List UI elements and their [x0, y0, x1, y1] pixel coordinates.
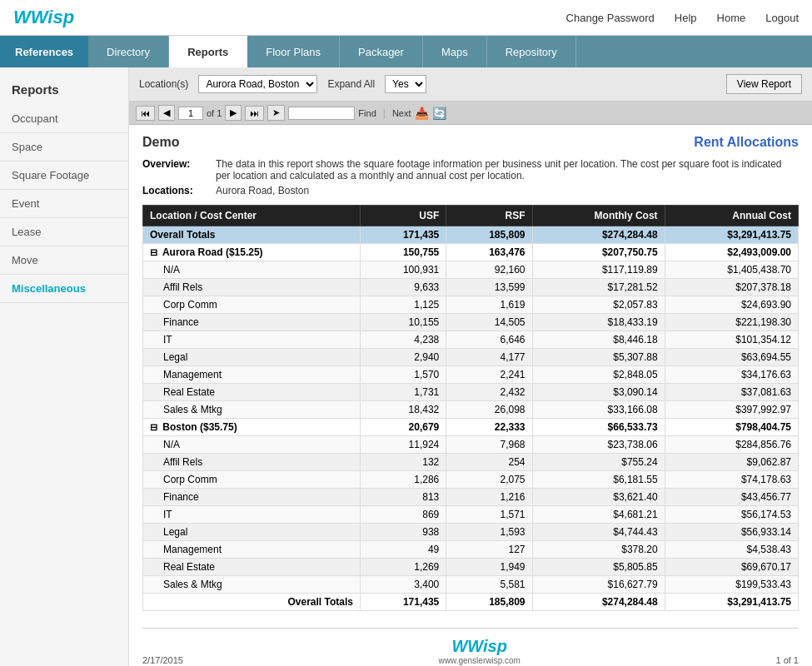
location-select[interactable]: Aurora Road, Boston [198, 75, 317, 93]
tab-reports[interactable]: Reports [169, 36, 247, 67]
sidebar-item-move[interactable]: Move [0, 246, 128, 275]
table-body: Overall Totals 171,435 185,809 $274,284.… [143, 226, 799, 611]
sidebar-item-occupant[interactable]: Occupant [0, 105, 128, 133]
col-location: Location / Cost Center [143, 206, 361, 226]
table-row: Legal 2,940 4,177 $5,307.88 $63,694.55 [143, 349, 799, 366]
locations-value: Aurora Road, Boston [216, 185, 309, 196]
report-footer-center: WWisp www.genslerwisp.com [183, 637, 776, 665]
child-label: IT [143, 506, 361, 524]
child-label: Legal [143, 524, 361, 541]
report-footer: 2/17/2015 WWisp www.genslerwisp.com 1 of… [142, 628, 799, 665]
child-label: Corp Comm [143, 296, 361, 314]
overview-row: Overview: The data in this report shows … [142, 158, 799, 181]
report-page: 1 of 1 [775, 655, 799, 665]
table-row-overall-totals: Overall Totals 171,435 185,809 $274,284.… [143, 226, 799, 244]
find-label: Find [358, 108, 376, 118]
sidebar-item-miscellaneous[interactable]: Miscellaneous [0, 275, 128, 303]
table-row: Finance 10,155 14,505 $18,433.19 $221,19… [143, 314, 799, 331]
change-password-link[interactable]: Change Password [566, 12, 655, 24]
collapse-boston-btn[interactable]: ⊟ [150, 422, 157, 432]
tab-floor-plans[interactable]: Floor Plans [247, 36, 340, 67]
nav-tabs: Directory Reports Floor Plans Packager M… [88, 36, 576, 67]
expand-all-select[interactable]: Yes No [385, 75, 426, 93]
tab-repository[interactable]: Repository [487, 36, 576, 67]
col-rsf: RSF [446, 206, 532, 226]
section-boston-usf: 20,679 [360, 419, 446, 436]
report-title-right: Rent Allocations [694, 135, 799, 150]
table-row-footer-totals: Overall Totals 171,435 185,809 $274,284.… [143, 594, 799, 611]
top-nav: Change Password Help Home Logout [566, 12, 799, 24]
next-label: Next [392, 108, 411, 118]
footer-totals-rsf: 185,809 [446, 594, 532, 611]
table-row: Finance 813 1,216 $3,621.40 $43,456.77 [143, 489, 799, 506]
section-boston-monthly: $66,533.73 [532, 419, 665, 436]
child-label: IT [143, 331, 361, 349]
table-row: Affil Rels 132 254 $755.24 $9,062.87 [143, 454, 799, 471]
footer-totals-label: Overall Totals [143, 594, 361, 611]
home-link[interactable]: Home [717, 12, 746, 24]
footer-logo-accent: W [451, 637, 467, 655]
footer-totals-usf: 171,435 [360, 594, 446, 611]
table-row: Corp Comm 1,286 2,075 $6,181.55 $74,178.… [143, 471, 799, 489]
table-row-section-aurora: ⊟ Aurora Road ($15.25) 150,755 163,476 $… [143, 244, 799, 261]
sidebar-title: Reports [0, 74, 128, 105]
logo-accent: W [13, 7, 31, 27]
table-row: Sales & Mtkg 18,432 26,098 $33,166.08 $3… [143, 401, 799, 419]
first-page-button[interactable]: ⏮ [136, 106, 155, 121]
section-aurora-monthly: $207,750.75 [532, 244, 665, 261]
footer-url: www.genslerwisp.com [183, 656, 776, 665]
help-link[interactable]: Help [675, 12, 697, 24]
overall-totals-monthly: $274,284.48 [532, 226, 665, 244]
prev-page-button[interactable]: ◀ [158, 105, 175, 121]
section-boston-label: ⊟ Boston ($35.75) [143, 419, 361, 436]
next-page-button[interactable]: ▶ [225, 105, 242, 121]
view-report-button[interactable]: View Report [726, 74, 802, 94]
header-nav: References Directory Reports Floor Plans… [0, 36, 812, 67]
table-row: Sales & Mtkg 3,400 5,581 $16,627.79 $199… [143, 576, 799, 594]
sidebar-item-lease[interactable]: Lease [0, 218, 128, 246]
child-label: Finance [143, 314, 361, 331]
toolbar-divider: | [383, 107, 386, 119]
sidebar-item-square-footage[interactable]: Square Footage [0, 162, 128, 190]
child-label: Affil Rels [143, 279, 361, 296]
sidebar-item-space[interactable]: Space [0, 133, 128, 162]
top-bar: WWisp Change Password Help Home Logout [0, 0, 812, 36]
page-of-text: of 1 [207, 108, 222, 118]
child-label: Sales & Mtkg [143, 576, 361, 594]
child-label: Sales & Mtkg [143, 401, 361, 419]
child-label: Management [143, 541, 361, 559]
footer-totals-monthly: $274,284.48 [532, 594, 665, 611]
logout-link[interactable]: Logout [765, 12, 799, 24]
page-input[interactable] [178, 107, 203, 120]
extra-nav-button[interactable]: ➤ [267, 105, 285, 121]
child-label: Real Estate [143, 559, 361, 576]
overview-text: The data in this report shows the square… [216, 158, 799, 181]
sidebar-item-event[interactable]: Event [0, 190, 128, 218]
refresh-icon[interactable]: 🔄 [432, 107, 446, 120]
tab-directory[interactable]: Directory [88, 36, 169, 67]
location-label: Location(s) [139, 78, 188, 90]
section-boston-annual: $798,404.75 [665, 419, 798, 436]
overview-section: Overview: The data in this report shows … [142, 158, 799, 196]
controls-bar: Location(s) Aurora Road, Boston Expand A… [129, 67, 812, 102]
table-row: IT 869 1,571 $4,681.21 $56,174.53 [143, 506, 799, 524]
section-aurora-label: ⊟ Aurora Road ($15.25) [143, 244, 361, 261]
child-label: Real Estate [143, 384, 361, 401]
table-row: Corp Comm 1,125 1,619 $2,057.83 $24,693.… [143, 296, 799, 314]
table-row-section-boston: ⊟ Boston ($35.75) 20,679 22,333 $66,533.… [143, 419, 799, 436]
collapse-aurora-btn[interactable]: ⊟ [150, 247, 157, 257]
last-page-button[interactable]: ⏭ [245, 106, 264, 121]
tab-maps[interactable]: Maps [423, 36, 487, 67]
overview-label: Overview: [142, 158, 209, 181]
report-table: Location / Cost Center USF RSF Monthly C… [142, 205, 799, 611]
tab-packager[interactable]: Packager [340, 36, 423, 67]
child-label: Management [143, 366, 361, 384]
col-monthly: Monthly Cost [532, 206, 665, 226]
search-input[interactable] [288, 107, 355, 120]
section-boston-rsf: 22,333 [446, 419, 532, 436]
section-label: References [0, 36, 88, 67]
export-icon[interactable]: 📥 [415, 107, 429, 120]
report-area: Demo Rent Allocations Overview: The data… [129, 125, 812, 666]
child-label: N/A [143, 436, 361, 454]
table-row: Management 49 127 $378.20 $4,538.43 [143, 541, 799, 559]
